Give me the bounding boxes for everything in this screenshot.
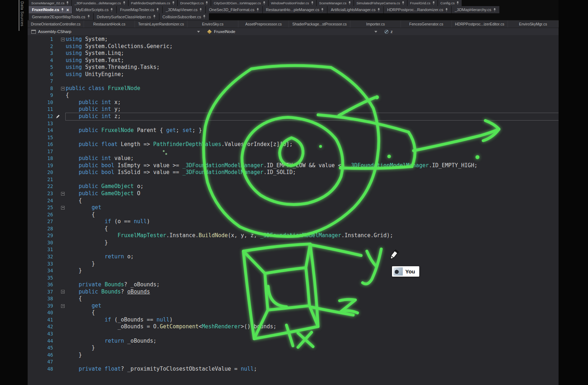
code-line-7: 7 xyxy=(28,78,559,85)
editor-tab[interactable]: PathfinderDepthValues.cs xyxy=(129,0,177,6)
tab-label: TerrainLayerRandomizer.cs xyxy=(138,22,184,26)
editor-tab[interactable]: CollisionSubscriber.cs xyxy=(159,13,209,20)
pin-icon[interactable] xyxy=(110,8,113,12)
tab-label: CityGen3DGen...torWrapper.cs xyxy=(214,1,261,5)
chevron-down-icon[interactable] xyxy=(197,31,200,33)
pin-icon[interactable] xyxy=(87,15,90,19)
pin-icon[interactable] xyxy=(402,1,405,5)
editor-tab[interactable]: RestaurantHo...pleManager.cs xyxy=(263,6,327,13)
code-text: { xyxy=(66,225,559,233)
code-text: if (_oBounds == null) xyxy=(66,316,559,324)
editor-tab[interactable]: RestaurantHook.cs xyxy=(84,20,135,28)
editor-tab[interactable]: DroneOrientationController.cs xyxy=(28,20,84,28)
line-number: 34 xyxy=(28,267,55,274)
editor-tab[interactable]: Config.cs xyxy=(438,0,462,6)
pin-icon[interactable] xyxy=(348,1,351,5)
editor-tab[interactable]: DroneObject.cs xyxy=(178,0,211,6)
code-line-9: 9{ xyxy=(28,92,559,99)
breadcrumb-member[interactable]: z xyxy=(381,28,559,35)
editor-tab[interactable]: HDRPPostproc...izerEditor.cs xyxy=(452,20,508,28)
tab-label: DeliverySurfaceClassHelper.cs xyxy=(97,15,151,19)
presenter-avatar xyxy=(393,267,403,276)
code-line-26: 26 { xyxy=(28,211,559,219)
pin-icon[interactable] xyxy=(432,1,435,5)
fold-marker[interactable] xyxy=(61,192,65,196)
editor-tab[interactable]: CityGen3DGen...torWrapper.cs xyxy=(211,0,268,6)
fold-marker[interactable] xyxy=(61,290,65,294)
pin-icon[interactable] xyxy=(123,1,126,5)
line-number: 7 xyxy=(28,78,55,85)
line-number: 48 xyxy=(28,366,55,373)
editor-tab[interactable]: ArtificialLightsManager.cs xyxy=(327,6,383,13)
pin-icon[interactable] xyxy=(203,15,206,19)
pin-icon[interactable] xyxy=(172,1,175,5)
editor-tab[interactable]: TerrainLayerRandomizer.cs xyxy=(135,20,188,28)
breadcrumb-project[interactable]: Assembly-CSharp xyxy=(28,28,204,35)
fold-marker[interactable] xyxy=(61,38,65,41)
code-text: private Bounds? _oBounds; xyxy=(66,281,559,288)
tab-label: DroneOrientationController.cs xyxy=(31,22,80,26)
code-text: { xyxy=(66,309,559,316)
line-number: 33 xyxy=(28,260,55,268)
editor-tab[interactable]: Generator2ExportMapTools.cs xyxy=(29,13,93,20)
editor-tab[interactable]: DeliverySurfaceClassHelper.cs xyxy=(94,13,159,20)
pin-icon[interactable] xyxy=(445,8,448,12)
editor-tab[interactable]: FencesGenerator.cs xyxy=(401,20,452,28)
pin-icon[interactable] xyxy=(61,8,64,12)
pin-icon[interactable] xyxy=(153,15,156,19)
pin-icon[interactable] xyxy=(66,1,69,5)
pin-icon[interactable] xyxy=(321,8,324,12)
editor-tab[interactable]: SimulatedFisheyeCamera.cs xyxy=(354,0,407,6)
pin-icon[interactable] xyxy=(456,1,459,5)
code-text: if (o == null) xyxy=(66,218,559,225)
tab-label: ArtificialLightsManager.cs xyxy=(331,8,375,12)
pin-icon[interactable] xyxy=(199,8,202,12)
editor-tab[interactable]: Importer.cs xyxy=(350,20,401,28)
pin-icon[interactable] xyxy=(311,1,314,5)
line-number: 8 xyxy=(28,85,55,92)
fold-marker[interactable] xyxy=(61,304,65,308)
tab-label: CollisionSubscriber.cs xyxy=(163,15,201,19)
pin-icon[interactable] xyxy=(256,8,259,12)
editor-tab[interactable]: MyEditorScripts.cs xyxy=(73,6,116,13)
breadcrumb-type[interactable]: FruxelNode xyxy=(204,28,381,35)
code-line-19: 19 public bool IsEmpty => value >= _3DFo… xyxy=(28,162,559,169)
editor-tab[interactable]: AssetPreprocessor.cs xyxy=(238,20,289,28)
editor-tab[interactable]: FruxelNode.cs× xyxy=(29,6,72,13)
editor-tab[interactable]: EnviroSkyMgr.cs xyxy=(508,20,559,28)
editor-tab[interactable]: EnviroSky.cs xyxy=(187,20,238,28)
editor-tab[interactable]: _3DMapViewer.cs xyxy=(163,6,205,13)
editor-tab[interactable]: FruxelGrid.cs xyxy=(407,0,437,6)
editor-tab[interactable]: _3DFoundatio...delManager.cs xyxy=(72,0,128,6)
line-number: 25 xyxy=(28,204,55,211)
line-number: 16 xyxy=(28,141,55,148)
chevron-down-icon[interactable] xyxy=(374,31,377,33)
editor-tab[interactable]: HDRPPostproc...Randomizer.cs xyxy=(384,6,451,13)
line-number: 17 xyxy=(28,148,55,155)
pin-icon[interactable] xyxy=(377,8,380,12)
fold-marker[interactable] xyxy=(61,206,65,210)
code-editor[interactable]: 1using System;2using System.Collections.… xyxy=(28,35,559,385)
pin-icon[interactable] xyxy=(493,8,496,12)
close-icon[interactable]: × xyxy=(66,8,69,12)
code-text: return _oBounds; xyxy=(66,338,559,345)
data-sources-tab[interactable]: Data Sources xyxy=(20,1,24,34)
line-number: 38 xyxy=(28,295,55,302)
editor-tab[interactable]: SceneManager.cs xyxy=(317,0,354,6)
editor-tab[interactable]: ShaderPackage...stProcessor.cs xyxy=(289,20,350,28)
tab-label: FruxelGrid.cs xyxy=(410,1,430,5)
pin-icon[interactable] xyxy=(263,1,266,5)
editor-tab[interactable]: SceneManager_02.cs xyxy=(29,0,71,6)
editor-tab[interactable]: OneSec3D_FileFormat.cs xyxy=(206,6,262,13)
editor-tab[interactable]: _3DMapHierarchy.cs xyxy=(452,6,499,13)
pin-icon[interactable] xyxy=(156,8,159,12)
editor-tab[interactable]: WindowPositionFinder.cs xyxy=(269,0,316,6)
tab-label: MyEditorScripts.cs xyxy=(76,8,108,12)
line-number: 44 xyxy=(28,338,55,345)
code-line-34: 34 } xyxy=(28,267,559,274)
tab-label: _3DMapHierarchy.cs xyxy=(455,8,491,12)
fold-marker[interactable] xyxy=(61,87,65,90)
editor-tab[interactable]: FruxelMapTester.cs xyxy=(117,6,162,13)
code-text: public int x; xyxy=(66,99,559,106)
pin-icon[interactable] xyxy=(205,1,208,5)
